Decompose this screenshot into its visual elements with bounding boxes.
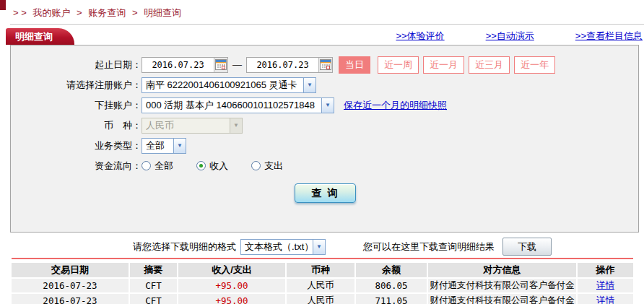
download-format-value: 文本格式（.txt） xyxy=(241,240,313,253)
business-type-value: 全部 xyxy=(142,139,173,152)
sub-account-row: 下挂账户： 000 活期 基本户 1406600101102571848 ▼ 保… xyxy=(11,96,638,114)
register-account-select[interactable]: 南平 6222001406100921065 灵通卡 ▼ xyxy=(142,77,316,93)
fund-flow-income-label: 收入 xyxy=(209,160,228,173)
quick-range-today-button[interactable]: 当日 xyxy=(339,56,370,74)
detail-query-page: > > 我的账户 > 账务查询 > 明细查询 明细查询 >>体验评价 >>自动演… xyxy=(0,0,644,304)
table-divider xyxy=(12,258,633,259)
date-range-dash: — xyxy=(232,59,242,70)
cell-trade-date: 2016-07-23 xyxy=(12,279,130,292)
date-to-value: 2016.07.23 xyxy=(247,60,318,70)
date-from-input[interactable]: 2016.07.23 xyxy=(142,57,228,73)
quick-range-quarter-button[interactable]: 近三月 xyxy=(469,56,510,74)
sub-account-value: 000 活期 基本户 1406600101102571848 xyxy=(142,99,321,112)
header-currency: 币种 xyxy=(287,263,356,277)
transaction-table: 交易日期 摘要 收入/支出 币种 余额 对方信息 操作 2016-07-23 C… xyxy=(12,261,633,304)
breadcrumb-separator: > xyxy=(77,7,82,18)
header-balance: 余额 xyxy=(356,263,428,277)
auto-demo-link[interactable]: >>自动演示 xyxy=(486,30,534,43)
register-account-row: 请选择注册账户： 南平 6222001406100921065 灵通卡 ▼ xyxy=(11,76,638,94)
table-row: 2016-07-23 CFT +95.00 人民币 711.05 财付通支付科技… xyxy=(12,294,633,304)
quick-range-week-button[interactable]: 近一周 xyxy=(378,56,419,74)
corner-mark xyxy=(0,0,6,10)
download-hint: 您可以在这里下载查询明细结果 xyxy=(363,240,495,253)
fund-flow-row: 资金流向： 全部 收入 支出 xyxy=(11,157,638,175)
download-format-label: 请您选择下载明细的格式 xyxy=(133,240,236,253)
header-counterparty: 对方信息 xyxy=(428,263,578,277)
calendar-icon[interactable] xyxy=(214,58,227,72)
fund-flow-label: 资金流向： xyxy=(11,160,142,173)
fund-flow-options: 全部 收入 支出 xyxy=(142,160,306,173)
radio-icon xyxy=(142,161,151,170)
cell-currency: 人民币 xyxy=(287,279,356,292)
header-amount: 收入/支出 xyxy=(178,263,287,277)
header-summary: 摘要 xyxy=(130,263,178,277)
experience-review-link[interactable]: >>体验评价 xyxy=(396,30,444,43)
query-form-panel: 起止日期： 2016.07.23 — xyxy=(10,45,639,233)
download-button[interactable]: 下载 xyxy=(502,238,552,256)
currency-value: 人民币 xyxy=(142,119,230,132)
cell-currency: 人民币 xyxy=(287,294,356,304)
date-range-label: 起止日期： xyxy=(11,58,142,71)
breadcrumb-item-my-account[interactable]: 我的账户 xyxy=(32,7,70,18)
divider xyxy=(10,24,644,25)
register-account-label: 请选择注册账户： xyxy=(11,79,142,92)
detail-link[interactable]: 详情 xyxy=(596,280,614,290)
fund-flow-all-radio[interactable]: 全部 xyxy=(142,160,173,173)
chevron-down-icon: ▼ xyxy=(321,98,334,113)
cell-balance: 806.05 xyxy=(356,279,428,292)
query-button[interactable]: 查 询 xyxy=(295,183,356,203)
chevron-down-icon: ▼ xyxy=(230,118,242,133)
quick-range-buttons: 当日 近一周 近一月 近三月 近一年 xyxy=(339,56,555,74)
chevron-down-icon: ▼ xyxy=(303,78,316,92)
breadcrumb-prefix: > > xyxy=(13,7,27,18)
cell-counterparty: 财付通支付科技有限公司客户备付金 xyxy=(428,279,578,292)
quick-range-year-button[interactable]: 近一年 xyxy=(514,56,555,74)
business-type-row: 业务类型： 全部 ▼ xyxy=(11,136,638,155)
breadcrumb: > > 我的账户 > 账务查询 > 明细查询 xyxy=(13,6,185,19)
tab-detail-query[interactable]: 明细查询 xyxy=(6,28,74,45)
calendar-icon[interactable] xyxy=(318,58,332,72)
cell-trade-date: 2016-07-23 xyxy=(12,294,130,304)
business-type-select[interactable]: 全部 ▼ xyxy=(142,138,186,154)
cell-amount: +95.00 xyxy=(178,294,287,304)
currency-label: 币 种： xyxy=(11,119,142,132)
header-trade-date: 交易日期 xyxy=(12,263,130,277)
fund-flow-expense-label: 支出 xyxy=(264,160,283,173)
top-links: >>体验评价 >>自动演示 >>查看栏目信息 xyxy=(396,30,643,43)
chevron-down-icon: ▼ xyxy=(173,139,186,153)
register-account-value: 南平 6222001406100921065 灵通卡 xyxy=(142,79,303,92)
download-format-select[interactable]: 文本格式（.txt） ▼ xyxy=(240,239,326,255)
header-action: 操作 xyxy=(578,263,633,277)
column-info-link[interactable]: >>查看栏目信息 xyxy=(575,30,643,43)
cell-amount: +95.00 xyxy=(178,279,287,292)
date-from-value: 2016.07.23 xyxy=(142,60,214,70)
breadcrumb-separator: > xyxy=(132,7,138,18)
quick-range-month-button[interactable]: 近一月 xyxy=(423,56,464,74)
currency-row: 币 种： 人民币 ▼ xyxy=(11,116,638,134)
radio-checked-icon xyxy=(196,161,206,170)
sub-account-select[interactable]: 000 活期 基本户 1406600101102571848 ▼ xyxy=(142,97,334,113)
cell-counterparty: 财付通支付科技有限公司客户备付金 xyxy=(428,294,578,304)
detail-link[interactable]: 详情 xyxy=(596,295,614,304)
business-type-label: 业务类型： xyxy=(11,139,142,152)
cell-summary: CFT xyxy=(130,294,178,304)
cell-summary: CFT xyxy=(130,279,178,292)
breadcrumb-item-account-query[interactable]: 账务查询 xyxy=(88,7,126,18)
fund-flow-income-radio[interactable]: 收入 xyxy=(196,160,228,173)
save-snapshot-link[interactable]: 保存近一个月的明细快照 xyxy=(344,99,447,112)
cell-balance: 711.05 xyxy=(356,294,428,304)
sub-account-label: 下挂账户： xyxy=(11,99,142,112)
table-row: 2016-07-23 CFT +95.00 人民币 806.05 财付通支付科技… xyxy=(12,279,633,292)
radio-icon xyxy=(251,161,261,170)
fund-flow-all-label: 全部 xyxy=(155,160,173,173)
table-header-row: 交易日期 摘要 收入/支出 币种 余额 对方信息 操作 xyxy=(12,263,633,277)
chevron-down-icon: ▼ xyxy=(313,240,325,254)
breadcrumb-item-detail-query[interactable]: 明细查询 xyxy=(144,7,181,18)
date-to-input[interactable]: 2016.07.23 xyxy=(246,57,333,73)
download-row: 请您选择下载明细的格式 文本格式（.txt） ▼ 您可以在这里下载查询明细结果 … xyxy=(0,238,644,256)
fund-flow-expense-radio[interactable]: 支出 xyxy=(251,160,283,173)
currency-select: 人民币 ▼ xyxy=(142,118,243,134)
date-range-row: 起止日期： 2016.07.23 — xyxy=(11,56,638,74)
